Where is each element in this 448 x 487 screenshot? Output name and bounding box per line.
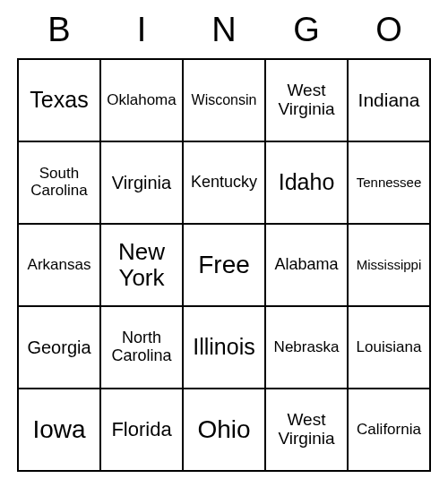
bingo-cell[interactable]: Ohio xyxy=(183,389,265,471)
header-letter-i: I xyxy=(100,11,183,49)
bingo-cell[interactable]: Arkansas xyxy=(18,224,100,306)
bingo-cell[interactable]: Virginia xyxy=(100,141,183,224)
bingo-cell[interactable]: West Virginia xyxy=(265,59,348,141)
bingo-cell[interactable]: Kentucky xyxy=(183,141,265,224)
bingo-header: B I N G O xyxy=(18,11,430,49)
bingo-free-cell[interactable]: Free xyxy=(183,224,265,306)
bingo-cell[interactable]: Wisconsin xyxy=(183,59,265,141)
bingo-cell[interactable]: California xyxy=(348,389,430,471)
bingo-cell[interactable]: Georgia xyxy=(18,306,100,389)
header-letter-n: N xyxy=(183,11,265,49)
bingo-cell[interactable]: Illinois xyxy=(183,306,265,389)
bingo-cell[interactable]: New York xyxy=(100,224,183,306)
bingo-cell[interactable]: Florida xyxy=(100,389,183,471)
bingo-cell[interactable]: Louisiana xyxy=(348,306,430,389)
bingo-cell[interactable]: Mississippi xyxy=(348,224,430,306)
header-letter-b: B xyxy=(18,11,100,49)
bingo-grid: Texas Oklahoma Wisconsin West Virginia I… xyxy=(17,58,431,472)
bingo-cell[interactable]: Nebraska xyxy=(265,306,348,389)
bingo-cell[interactable]: Texas xyxy=(18,59,100,141)
bingo-cell[interactable]: Idaho xyxy=(265,141,348,224)
bingo-cell[interactable]: Indiana xyxy=(348,59,430,141)
bingo-cell[interactable]: North Carolina xyxy=(100,306,183,389)
header-letter-g: G xyxy=(265,11,348,49)
bingo-cell[interactable]: South Carolina xyxy=(18,141,100,224)
header-letter-o: O xyxy=(348,11,430,49)
bingo-cell[interactable]: Alabama xyxy=(265,224,348,306)
bingo-cell[interactable]: Oklahoma xyxy=(100,59,183,141)
bingo-cell[interactable]: West Virginia xyxy=(265,389,348,471)
bingo-cell[interactable]: Tennessee xyxy=(348,141,430,224)
bingo-cell[interactable]: Iowa xyxy=(18,389,100,471)
